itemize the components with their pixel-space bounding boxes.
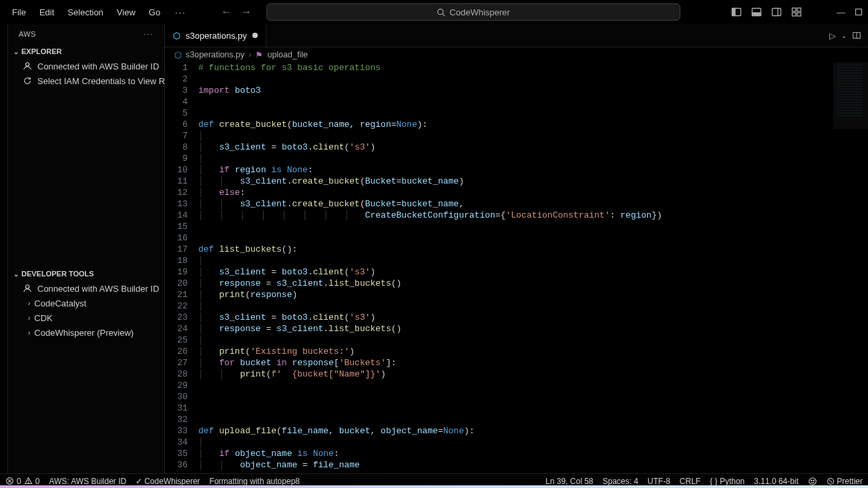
run-dropdown-icon[interactable]: ⌄ [841, 32, 847, 39]
code-line[interactable]: def list_buckets(): [198, 244, 868, 255]
breadcrumb-file[interactable]: s3operations.py [186, 50, 244, 59]
status-feedback-icon[interactable] [808, 477, 817, 486]
explorer-item-0[interactable]: Connected with AWS Builder ID [8, 59, 164, 73]
svg-point-13 [25, 63, 29, 66]
code-line[interactable]: │ │ s3_client.create_bucket(Bucket=bucke… [198, 198, 868, 210]
minimap[interactable] [833, 62, 868, 129]
code-line[interactable]: │ response = s3_client.list_buckets() [198, 323, 868, 334]
code-line[interactable] [198, 96, 868, 107]
status-cursor[interactable]: Ln 39, Col 58 [546, 477, 593, 486]
tree-item-label: CodeCatalyst [34, 298, 86, 308]
menu-file[interactable]: File [5, 5, 33, 20]
explorer-item-label: Connected with AWS Builder ID [37, 61, 159, 71]
sidebar-more-icon[interactable]: ··· [144, 30, 154, 38]
line-number: 14 [165, 210, 188, 221]
code-line[interactable] [198, 391, 868, 403]
explorer-header[interactable]: ⌄ EXPLORER [8, 44, 164, 59]
svg-point-0 [438, 9, 443, 14]
line-number: 5 [165, 107, 188, 119]
devtools-tree-codecatalyst[interactable]: ›CodeCatalyst [8, 296, 164, 310]
status-prettier[interactable]: Prettier [827, 477, 863, 486]
nav-forward-icon[interactable]: → [241, 6, 252, 18]
line-number: 10 [165, 164, 188, 176]
code-line[interactable]: def create_bucket(bucket_name, region=No… [198, 119, 868, 130]
status-indent[interactable]: Spaces: 4 [602, 477, 638, 486]
code-line[interactable]: │ s3_client = boto3.client('s3') [198, 312, 868, 323]
text-editor[interactable]: 1234567891011121314151617181920212223242… [165, 62, 868, 473]
menu-overflow[interactable]: ··· [170, 5, 192, 20]
tab-s3operations[interactable]: ⬡ s3operations.py [165, 24, 266, 47]
command-center[interactable]: CodeWhisperer [266, 3, 680, 21]
code-line[interactable] [198, 232, 868, 244]
split-editor-icon[interactable] [852, 31, 861, 40]
breadcrumb[interactable]: ⬡ s3operations.py › ⚑ upload_file [165, 47, 868, 62]
menu-edit[interactable]: Edit [33, 5, 61, 20]
code-line[interactable]: def upload_file(file_name, bucket, objec… [198, 425, 868, 437]
code-line[interactable] [198, 107, 868, 119]
explorer-item-1[interactable]: Select IAM Credentials to View Reso… [8, 73, 164, 88]
status-encoding[interactable]: UTF-8 [648, 477, 670, 486]
code-line[interactable] [198, 221, 868, 232]
status-interpreter[interactable]: 3.11.0 64-bit [754, 477, 799, 486]
svg-point-14 [25, 285, 29, 288]
breadcrumb-symbol[interactable]: upload_file [267, 50, 307, 59]
maximize-icon[interactable] [855, 8, 863, 16]
code-line[interactable]: │ │ object_name = file_name [198, 459, 868, 471]
code-line[interactable]: # functions for s3 basic operations [198, 62, 868, 73]
code-line[interactable]: │ [198, 334, 868, 346]
line-number: 20 [165, 278, 188, 289]
code-line[interactable]: │ [198, 153, 868, 164]
code-line[interactable] [198, 73, 868, 85]
nav-back-icon[interactable]: ← [221, 6, 232, 18]
code-line[interactable]: │ for bucket in response['Buckets']: [198, 357, 868, 369]
code-line[interactable]: │ print('Existing buckets:') [198, 346, 868, 357]
toggle-secondary-sidebar-icon[interactable] [771, 7, 782, 17]
devtools-tree-cdk[interactable]: ›CDK [8, 310, 164, 325]
toggle-primary-sidebar-icon[interactable] [731, 7, 742, 17]
status-eol[interactable]: CRLF [680, 477, 700, 486]
devtools-connected[interactable]: Connected with AWS Builder ID [8, 281, 164, 296]
line-number-gutter: 1234567891011121314151617181920212223242… [165, 62, 198, 473]
code-line[interactable]: │ response = s3_client.list_buckets() [198, 278, 868, 289]
toggle-panel-icon[interactable] [751, 7, 762, 17]
code-line[interactable] [198, 380, 868, 391]
code-line[interactable] [198, 414, 868, 425]
status-language[interactable]: { } Python [710, 477, 744, 486]
code-line[interactable]: │ s3_client = boto3.client('s3') [198, 266, 868, 278]
line-number: 9 [165, 153, 188, 164]
code-line[interactable]: │ [198, 437, 868, 448]
line-number: 19 [165, 266, 188, 278]
code-line[interactable]: │ if region is None: [198, 164, 868, 176]
code-line[interactable]: │ s3_client = boto3.client('s3') [198, 142, 868, 153]
activity-bar[interactable] [0, 24, 8, 473]
devtools-header[interactable]: ⌄ DEVELOPER TOOLS [8, 266, 164, 281]
code-line[interactable]: │ │ s3_client.create_bucket(Bucket=bucke… [198, 176, 868, 187]
code-line[interactable]: │ if object_name is None: [198, 448, 868, 459]
status-codewhisperer[interactable]: CodeWhisperer [136, 477, 200, 486]
status-aws[interactable]: AWS: AWS Builder ID [49, 477, 126, 486]
run-icon[interactable]: ▷ [829, 31, 836, 41]
customize-layout-icon[interactable] [791, 7, 802, 17]
python-file-icon: ⬡ [174, 50, 182, 60]
code-line[interactable]: │ │ print(f' {bucket["Name"]}') [198, 369, 868, 380]
menu-go[interactable]: Go [142, 5, 167, 20]
menu-selection[interactable]: Selection [61, 5, 110, 20]
search-icon [437, 8, 445, 17]
menu-view[interactable]: View [110, 5, 142, 20]
code-line[interactable]: │ [198, 300, 868, 312]
code-line[interactable]: │ else: [198, 187, 868, 198]
code-line[interactable]: │ print(response) [198, 289, 868, 300]
code-line[interactable]: │ │ │ │ │ │ │ │ CreateBucketConfiguratio… [198, 210, 868, 221]
code-line[interactable]: │ [198, 130, 868, 142]
status-formatting[interactable]: Formatting with autopep8 [210, 477, 300, 486]
code-line[interactable]: │ [198, 255, 868, 266]
devtools-tree-codewhispererpreview[interactable]: ›CodeWhisperer (Preview) [8, 325, 164, 340]
status-problems[interactable]: 0 0 [5, 477, 39, 486]
code-line[interactable] [198, 403, 868, 414]
code-content[interactable]: # functions for s3 basic operations impo… [198, 62, 868, 473]
minimize-icon[interactable]: — [837, 7, 845, 17]
code-line[interactable]: import boto3 [198, 85, 868, 96]
svg-rect-11 [797, 13, 801, 16]
breadcrumb-separator-icon: › [248, 50, 251, 59]
svg-rect-5 [752, 13, 761, 16]
